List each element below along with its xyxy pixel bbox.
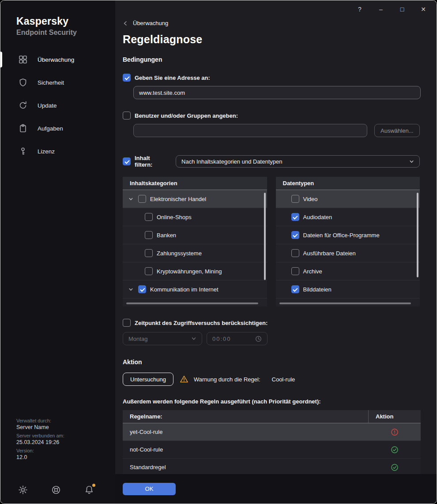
- datatype-row[interactable]: Audiodaten: [276, 208, 420, 226]
- category-checkbox[interactable]: [145, 267, 153, 275]
- rule-table-row[interactable]: not-Cool-rule: [123, 441, 421, 459]
- back-label: Überwachung: [133, 20, 168, 26]
- users-checkbox[interactable]: [123, 112, 131, 119]
- time-value: 00:00: [212, 336, 231, 342]
- horizontal-scrollbar-thumb[interactable]: [126, 302, 258, 304]
- sidebar-item-ueberwachung[interactable]: Überwachung: [0, 48, 115, 71]
- datatype-checkbox[interactable]: [291, 195, 299, 203]
- untersuchung-button[interactable]: Untersuchung: [123, 373, 173, 386]
- time-input[interactable]: 00:00: [207, 332, 267, 345]
- datatype-label: Ausführbare Dateien: [303, 250, 356, 257]
- close-button[interactable]: ✕: [418, 4, 428, 14]
- sidebar-nav: Überwachung Sicherheit Update: [0, 48, 115, 163]
- action-column-header: Aktion: [368, 410, 421, 423]
- rule-name-column-header: Regelname:: [123, 410, 368, 423]
- datatype-row[interactable]: Video: [276, 190, 420, 208]
- sidebar-item-label: Update: [38, 102, 57, 109]
- grid-icon: [19, 55, 27, 64]
- rule-table-row[interactable]: yet-Cool-rule: [123, 423, 421, 441]
- support-icon[interactable]: [51, 485, 61, 495]
- data-types-panel: Datentypen Video Audiodaten Dateien für …: [276, 177, 420, 306]
- content-filter-checkbox[interactable]: [123, 157, 131, 165]
- chevron-left-icon: [123, 21, 128, 26]
- day-select[interactable]: Montag: [123, 332, 202, 345]
- content-filter-selected-option: Nach Inhaltskategorien und Datentypen: [181, 158, 282, 165]
- sidebar: Kaspersky Endpoint Security Überwachung: [0, 0, 115, 504]
- conditions-section-title: Bedingungen: [123, 56, 420, 63]
- connected-label: Server verbunden am:: [16, 433, 64, 438]
- sidebar-item-label: Aufgaben: [38, 125, 63, 132]
- category-checkbox[interactable]: [138, 285, 146, 293]
- sidebar-item-update[interactable]: Update: [0, 94, 115, 117]
- datatype-label: Audiodaten: [303, 214, 332, 220]
- notification-dot: [92, 484, 95, 487]
- help-button[interactable]: ?: [355, 4, 365, 14]
- blocked-icon: [391, 428, 399, 436]
- datatype-row[interactable]: Archive: [276, 262, 420, 280]
- content-categories-panel: Inhaltskategorien Elektronischer Handel …: [123, 177, 267, 306]
- time-controls: Montag 00:00: [123, 332, 420, 345]
- content-filter-select[interactable]: Nach Inhaltskategorien und Datentypen: [176, 155, 420, 168]
- page-title: Regeldiagnose: [123, 33, 420, 46]
- chevron-down-icon: [409, 159, 414, 164]
- maximize-button[interactable]: □: [397, 4, 407, 14]
- brand-title: Kaspersky: [16, 15, 115, 27]
- category-checkbox[interactable]: [145, 213, 153, 221]
- category-checkbox[interactable]: [145, 249, 153, 257]
- category-label: Online-Shops: [157, 214, 192, 220]
- content-filter-row: Inhalt filtern: Nach Inhaltskategorien u…: [123, 155, 420, 168]
- rule-name: Standardregel: [123, 464, 368, 470]
- sidebar-item-label: Überwachung: [38, 56, 74, 63]
- time-checkbox[interactable]: [123, 319, 131, 327]
- users-input-row: Auswählen...: [133, 124, 420, 137]
- chevron-down-icon[interactable]: [127, 195, 134, 202]
- category-row[interactable]: Banken: [123, 226, 267, 244]
- datatype-row[interactable]: Dateien für Office-Programme: [276, 226, 420, 244]
- horizontal-scrollbar-thumb[interactable]: [279, 302, 411, 304]
- rule-table-row[interactable]: Standardregel: [123, 459, 421, 474]
- users-input[interactable]: [133, 124, 367, 137]
- category-label: Kommunikation im Internet: [150, 286, 218, 293]
- time-label: Zeitpunkt des Zugriffsversuchs berücksic…: [135, 320, 267, 326]
- address-input[interactable]: [133, 86, 421, 99]
- category-row[interactable]: Kommunikation im Internet: [123, 280, 267, 299]
- minimize-button[interactable]: –: [376, 4, 386, 14]
- choose-users-button[interactable]: Auswählen...: [374, 124, 420, 137]
- rule-status: [368, 428, 421, 436]
- sidebar-item-lizenz[interactable]: Lizenz: [0, 140, 115, 163]
- version-label: Version:: [16, 448, 64, 453]
- ok-button[interactable]: OK: [123, 483, 176, 495]
- sidebar-item-sicherheit[interactable]: Sicherheit: [0, 71, 115, 94]
- managed-by-label: Verwaltet durch:: [16, 418, 64, 423]
- category-label: Banken: [157, 232, 176, 239]
- settings-gear-icon[interactable]: [18, 485, 28, 495]
- vertical-scrollbar-thumb[interactable]: [417, 193, 418, 277]
- datatype-checkbox[interactable]: [291, 231, 299, 239]
- datatype-checkbox[interactable]: [291, 213, 299, 221]
- category-row[interactable]: Elektronischer Handel: [123, 190, 267, 208]
- category-row[interactable]: Online-Shops: [123, 208, 267, 226]
- categories-panel-header: Inhaltskategorien: [123, 177, 267, 190]
- rule-name: yet-Cool-rule: [123, 429, 368, 435]
- category-label: Kryptowährungen, Mining: [157, 268, 222, 275]
- address-checkbox[interactable]: [123, 74, 131, 82]
- category-label: Zahlungssysteme: [157, 250, 202, 257]
- brand: Kaspersky Endpoint Security: [0, 0, 115, 37]
- category-checkbox[interactable]: [138, 195, 146, 203]
- datatype-checkbox[interactable]: [291, 285, 299, 293]
- sidebar-item-aufgaben[interactable]: Aufgaben: [0, 117, 115, 140]
- sidebar-item-label: Sicherheit: [38, 79, 64, 86]
- chevron-down-icon[interactable]: [127, 286, 134, 293]
- category-row[interactable]: Kryptowährungen, Mining: [123, 262, 267, 280]
- category-checkbox[interactable]: [145, 231, 153, 239]
- vertical-scrollbar-thumb[interactable]: [264, 193, 266, 280]
- back-link[interactable]: Überwachung: [123, 0, 168, 26]
- category-row[interactable]: Zahlungssysteme: [123, 244, 267, 262]
- datatype-row[interactable]: Ausführbare Dateien: [276, 244, 420, 262]
- datatype-checkbox[interactable]: [291, 249, 299, 257]
- datatype-row[interactable]: Bilddateien: [276, 280, 420, 299]
- notifications-bell-icon[interactable]: [84, 485, 94, 495]
- rule-status: [368, 446, 421, 454]
- datatype-checkbox[interactable]: [291, 267, 299, 275]
- address-checkbox-row: Geben Sie eine Adresse an:: [123, 74, 420, 82]
